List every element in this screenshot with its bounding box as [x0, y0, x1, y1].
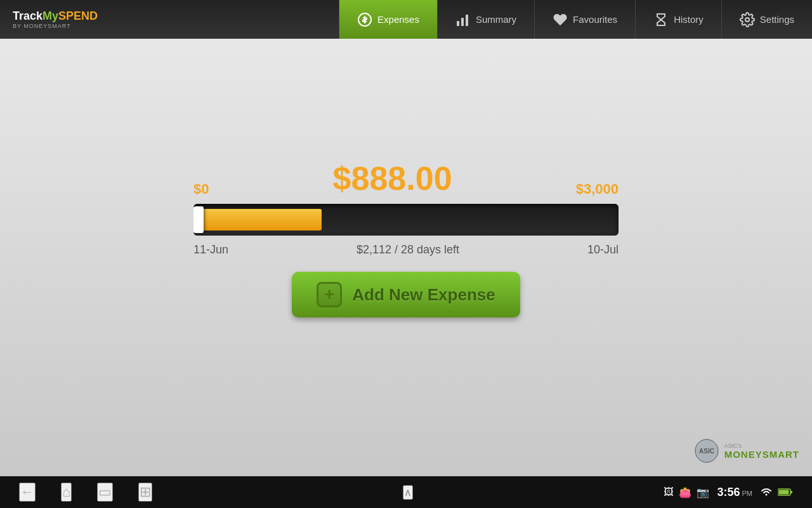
- system-nav-buttons: ← ⌂ ▭ ⊞: [19, 483, 152, 502]
- budget-remaining: $2,112 / 28 days left: [357, 243, 459, 257]
- wifi-icon: [760, 487, 773, 497]
- budget-max: $3,000: [576, 181, 619, 197]
- battery-icon: [778, 488, 793, 497]
- dollar-icon: [357, 12, 372, 27]
- back-button[interactable]: ←: [19, 483, 36, 502]
- add-expense-label: Add New Expense: [352, 285, 495, 305]
- tab-settings-label: Settings: [760, 14, 794, 25]
- tab-settings[interactable]: Settings: [721, 0, 812, 39]
- recents-button[interactable]: ▭: [97, 483, 113, 502]
- app-logo: TrackMySPEND BY MONEYSMART: [0, 0, 110, 39]
- tab-favourites-label: Favourites: [573, 14, 617, 25]
- system-center-control: ∧: [403, 485, 413, 500]
- hourglass-icon: [653, 12, 669, 27]
- tab-expenses-label: Expenses: [377, 14, 419, 25]
- system-bar: ← ⌂ ▭ ⊞ ∧ 🖼 👛 📷 3:56 PM: [0, 476, 812, 508]
- system-status: 🖼 👛 📷 3:56 PM: [664, 486, 793, 499]
- nav-tabs: Expenses Summary Favourites: [110, 0, 812, 39]
- svg-rect-10: [778, 490, 789, 495]
- budget-amounts: $0 $888.00 $3,000: [193, 159, 619, 197]
- navigation-bar: TrackMySPEND BY MONEYSMART Expenses: [0, 0, 812, 39]
- time-display: 3:56: [717, 486, 740, 499]
- budget-labels: 11-Jun $2,112 / 28 days left 10-Jul: [193, 243, 619, 257]
- add-expense-button[interactable]: + Add New Expense: [292, 272, 520, 318]
- svg-rect-1: [457, 21, 459, 26]
- scan-button[interactable]: ⊞: [138, 483, 152, 502]
- wallet-icon: 👛: [679, 486, 691, 498]
- budget-start-date: 11-Jun: [193, 243, 228, 257]
- asic-coa-icon: ASIC: [694, 438, 719, 464]
- svg-rect-2: [461, 18, 464, 26]
- chart-icon: [455, 12, 471, 27]
- svg-rect-3: [466, 15, 468, 26]
- heart-icon: [553, 12, 568, 27]
- plus-icon: +: [317, 282, 342, 307]
- tab-summary-label: Summary: [476, 14, 516, 25]
- gear-icon: [740, 12, 755, 27]
- budget-end-date: 10-Jul: [587, 243, 619, 257]
- connectivity-icons: [760, 487, 793, 497]
- progress-thumb: [193, 206, 204, 233]
- budget-min: $0: [193, 181, 209, 197]
- tab-summary[interactable]: Summary: [437, 0, 534, 39]
- app-name: TrackMySPEND: [13, 10, 98, 23]
- system-time: 3:56 PM: [717, 486, 752, 499]
- progress-bar-fill: [199, 209, 322, 231]
- progress-bar-container: [193, 204, 619, 236]
- app-subtitle: BY MONEYSMART: [13, 23, 98, 29]
- tab-history-label: History: [674, 14, 704, 25]
- asic-label: ASIC's: [724, 443, 742, 449]
- tab-expenses[interactable]: Expenses: [339, 0, 437, 39]
- tab-history[interactable]: History: [635, 0, 721, 39]
- svg-rect-9: [790, 491, 792, 493]
- main-content: $0 $888.00 $3,000 11-Jun $2,112 / 28 day…: [0, 39, 812, 476]
- budget-widget: $0 $888.00 $3,000 11-Jun $2,112 / 28 day…: [193, 159, 619, 318]
- camera-icon: 📷: [697, 486, 709, 498]
- tab-favourites[interactable]: Favourites: [534, 0, 635, 39]
- moneysmart-brand: MONEYSMART: [724, 449, 799, 460]
- home-button[interactable]: ⌂: [61, 483, 72, 502]
- ampm-display: PM: [742, 490, 752, 497]
- system-status-icons: 🖼 👛 📷: [664, 486, 709, 498]
- screenshot-icon: 🖼: [664, 486, 674, 498]
- asic-badge: ASIC: [694, 438, 719, 464]
- svg-text:ASIC: ASIC: [699, 448, 714, 455]
- svg-point-4: [745, 18, 749, 22]
- moneysmart-logo: ASIC ASIC's MONEYSMART: [694, 438, 799, 464]
- budget-current-amount: $888.00: [333, 159, 452, 197]
- chevron-up-button[interactable]: ∧: [403, 485, 413, 500]
